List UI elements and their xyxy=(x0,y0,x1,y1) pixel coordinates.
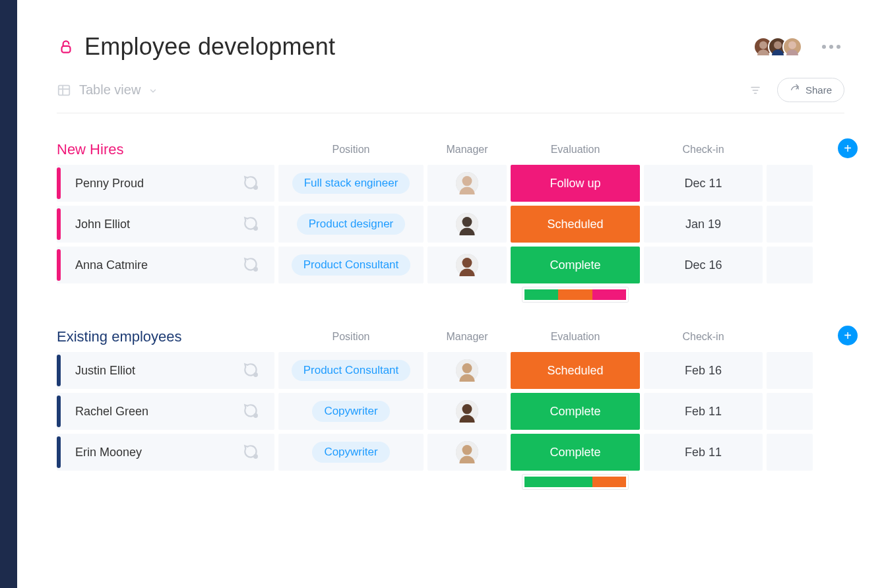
cell-manager[interactable] xyxy=(427,247,507,283)
cell-checkin[interactable]: Feb 11 xyxy=(644,434,763,471)
table-row[interactable]: John Elliot Product designer Scheduled J… xyxy=(57,206,844,243)
share-icon xyxy=(790,84,800,96)
svg-point-13 xyxy=(253,226,258,231)
group: New Hires Position Manager Evaluation Ch… xyxy=(57,141,844,302)
avatar[interactable] xyxy=(782,37,802,57)
table-row[interactable]: Rachel Green Copywriter Complete Feb 11 xyxy=(57,393,844,430)
cell-evaluation[interactable]: Scheduled xyxy=(511,206,640,243)
svg-point-22 xyxy=(253,413,258,418)
cell-manager[interactable] xyxy=(427,434,507,471)
chat-icon[interactable] xyxy=(243,175,260,192)
column-header-checkin: Check-in xyxy=(644,144,763,156)
column-header-manager: Manager xyxy=(427,144,507,156)
row-indicator xyxy=(57,167,61,199)
cell-trailing xyxy=(767,206,813,243)
group-header: New Hires Position Manager Evaluation Ch… xyxy=(57,141,844,158)
row-indicator xyxy=(57,355,61,386)
cell-checkin[interactable]: Dec 16 xyxy=(644,247,763,283)
cell-checkin[interactable]: Feb 16 xyxy=(644,352,763,389)
cell-manager[interactable] xyxy=(427,352,507,389)
cell-evaluation[interactable]: Complete xyxy=(511,393,640,430)
cell-checkin[interactable]: Feb 11 xyxy=(644,393,763,430)
manager-avatar[interactable] xyxy=(456,213,478,235)
table-row[interactable]: Justin Elliot Product Consultant Schedul… xyxy=(57,352,844,389)
cell-position[interactable]: Copywriter xyxy=(278,393,424,430)
manager-avatar[interactable] xyxy=(456,441,478,463)
cell-evaluation[interactable]: Scheduled xyxy=(511,352,640,389)
lock-icon xyxy=(57,38,75,56)
cell-evaluation[interactable]: Complete xyxy=(511,434,640,471)
manager-avatar[interactable] xyxy=(456,359,478,382)
manager-avatar[interactable] xyxy=(456,400,478,423)
svg-point-1 xyxy=(759,41,767,49)
table-icon xyxy=(57,83,71,98)
cell-checkin[interactable]: Dec 11 xyxy=(644,165,763,202)
summary-bar xyxy=(522,475,628,489)
employee-name: Anna Catmire xyxy=(75,258,148,272)
cell-name[interactable]: Erin Mooney xyxy=(57,434,274,471)
view-label: Table view xyxy=(79,82,141,98)
share-button[interactable]: Share xyxy=(777,78,844,102)
group-header: Existing employees Position Manager Eval… xyxy=(57,328,844,345)
table-row[interactable]: Erin Mooney Copywriter Complete Feb 11 xyxy=(57,434,844,471)
toolbar: Table view Share xyxy=(57,78,844,113)
cell-manager[interactable] xyxy=(427,393,507,430)
employee-name: Penny Proud xyxy=(75,177,144,191)
cell-position[interactable]: Product Consultant xyxy=(278,247,424,283)
chat-icon[interactable] xyxy=(243,362,260,379)
table-row[interactable]: Anna Catmire Product Consultant Complete… xyxy=(57,247,844,283)
position-pill: Product Consultant xyxy=(292,360,411,381)
add-row-button[interactable]: + xyxy=(838,138,858,158)
column-header-manager: Manager xyxy=(427,331,507,343)
cell-name[interactable]: Anna Catmire xyxy=(57,247,274,283)
chat-icon[interactable] xyxy=(243,256,260,274)
cell-position[interactable]: Product Consultant xyxy=(278,352,424,389)
view-selector[interactable]: Table view xyxy=(57,82,158,98)
status-chip: Complete xyxy=(511,393,640,430)
svg-point-15 xyxy=(462,217,472,227)
row-indicator xyxy=(57,249,61,281)
status-chip: Scheduled xyxy=(511,352,640,389)
employee-name: John Elliot xyxy=(75,218,130,231)
chat-icon[interactable] xyxy=(243,403,260,420)
cell-evaluation[interactable]: Complete xyxy=(511,247,640,283)
group-title[interactable]: Existing employees xyxy=(57,328,274,345)
svg-point-27 xyxy=(462,445,472,455)
cell-name[interactable]: Penny Proud xyxy=(57,165,274,202)
status-chip: Complete xyxy=(511,434,640,471)
position-pill: Copywriter xyxy=(312,442,389,463)
svg-point-10 xyxy=(253,185,258,190)
chat-icon[interactable] xyxy=(243,216,260,233)
position-pill: Full stack engineer xyxy=(292,173,410,194)
more-menu-icon[interactable] xyxy=(818,41,844,53)
svg-point-18 xyxy=(462,258,472,268)
row-indicator xyxy=(57,436,61,468)
toolbar-right: Share xyxy=(749,78,844,102)
cell-name[interactable]: John Elliot xyxy=(57,206,274,243)
cell-manager[interactable] xyxy=(427,206,507,243)
add-row-button[interactable]: + xyxy=(838,326,858,345)
position-pill: Product Consultant xyxy=(292,254,411,276)
cell-manager[interactable] xyxy=(427,165,507,202)
manager-avatar[interactable] xyxy=(456,254,478,276)
chat-icon[interactable] xyxy=(243,444,260,461)
page-header: Employee development xyxy=(57,33,844,61)
employee-name: Erin Mooney xyxy=(75,446,142,459)
groups-container: New Hires Position Manager Evaluation Ch… xyxy=(57,141,844,489)
group-title[interactable]: New Hires xyxy=(57,141,274,158)
status-chip: Scheduled xyxy=(511,206,640,243)
table-row[interactable]: Penny Proud Full stack engineer Follow u… xyxy=(57,165,844,202)
manager-avatar[interactable] xyxy=(456,172,478,194)
status-chip: Complete xyxy=(511,247,640,283)
cell-name[interactable]: Rachel Green xyxy=(57,393,274,430)
header-avatars[interactable] xyxy=(753,37,802,57)
filter-icon[interactable] xyxy=(749,84,761,96)
svg-point-2 xyxy=(774,41,782,49)
cell-position[interactable]: Copywriter xyxy=(278,434,424,471)
position-pill: Copywriter xyxy=(312,401,389,422)
cell-position[interactable]: Product designer xyxy=(278,206,424,243)
cell-checkin[interactable]: Jan 19 xyxy=(644,206,763,243)
cell-evaluation[interactable]: Follow up xyxy=(511,165,640,202)
cell-position[interactable]: Full stack engineer xyxy=(278,165,424,202)
cell-name[interactable]: Justin Elliot xyxy=(57,352,274,389)
